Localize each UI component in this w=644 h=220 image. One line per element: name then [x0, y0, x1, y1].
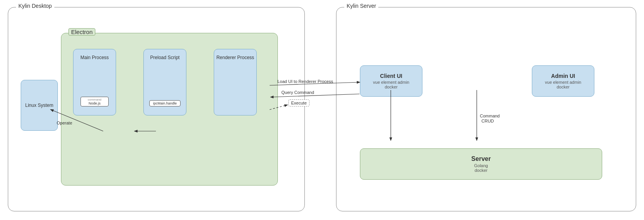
linux-system-box: Linux System [21, 80, 58, 131]
electron-box: Electron Main Process command Node.js Pr… [61, 33, 278, 186]
kylin-desktop-label: Kylin Desktop [16, 3, 54, 9]
ipcmain-box: ipcMain.handle [149, 100, 181, 106]
server-box: Server Golang docker [360, 148, 602, 180]
nodejs-box: command Node.js [80, 97, 109, 106]
diagram: Kylin Desktop Linux System Electron Main… [0, 0, 644, 220]
kylin-desktop-box: Kylin Desktop Linux System Electron Main… [8, 7, 305, 211]
main-process-box: Main Process command Node.js [73, 49, 116, 115]
preload-script-box: Preload Script ipcMain.handle [143, 49, 186, 115]
kylin-server-label: Kylin Server [344, 3, 378, 9]
client-ui-box: Client UI vue element admin docker [360, 65, 422, 97]
admin-ui-box: Admin UI vue element admin docker [532, 65, 594, 97]
execute-label: Execute [288, 99, 309, 106]
kylin-server-box: Kylin Server Client UI vue element admin… [336, 7, 636, 211]
electron-label: Electron [68, 28, 95, 36]
renderer-process-box: Renderer Process [214, 49, 257, 115]
